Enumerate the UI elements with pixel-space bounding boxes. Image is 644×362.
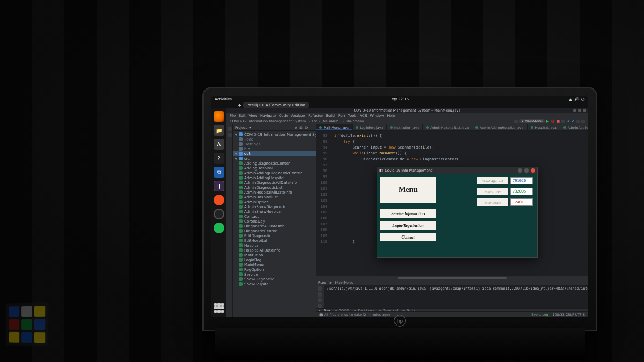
project-tool-button[interactable] (228, 127, 232, 131)
run-restart-icon[interactable] (318, 286, 322, 291)
swing-button-contact[interactable]: Contact (380, 233, 436, 241)
tree-node[interactable]: AdminOption (233, 200, 316, 204)
project-tree[interactable]: COVID-19 Information Management System.i… (233, 131, 316, 317)
menu-run[interactable]: Run (338, 114, 345, 118)
window-maximize-icon[interactable] (578, 109, 581, 112)
network-icon[interactable] (569, 98, 572, 101)
tree-node[interactable]: AdminAddingHospital (233, 175, 316, 180)
editor-tab[interactable]: AdminHospitalList.java (423, 124, 472, 130)
stop-icon[interactable]: ■ (557, 119, 560, 123)
tree-node[interactable]: ShowDiagnostic (233, 277, 316, 282)
tree-node[interactable]: AdminHospitalList (233, 195, 316, 200)
editor-tab[interactable]: LoginReg.java (353, 124, 387, 130)
structure-tool-button[interactable] (228, 133, 232, 137)
vcs-commit-icon[interactable]: ✔ (572, 119, 574, 123)
project-view-label[interactable]: Project (235, 125, 247, 130)
app-menu-icon[interactable]: ◆ (238, 103, 241, 107)
build-icon[interactable] (514, 120, 518, 123)
window-minimize-icon[interactable] (573, 109, 576, 112)
swing-maximize-icon[interactable] (524, 168, 529, 173)
run-output[interactable]: /usr/lib/jvm/java-1.11.0-openjdk-amd64/b… (324, 285, 588, 308)
tree-node[interactable]: AdminDiagnosticAllDateInfo (233, 180, 316, 185)
editor-tab[interactable]: Institution.java (387, 124, 423, 130)
tree-node[interactable]: Contact (233, 214, 316, 219)
intellij-icon[interactable]: IJ (214, 181, 224, 191)
volume-icon[interactable]: 🔊 (574, 97, 579, 101)
run-pin-icon[interactable] (318, 298, 322, 302)
menu-analyze[interactable]: Analyze (291, 114, 305, 118)
menu-refactor[interactable]: Refactor (308, 114, 323, 118)
editor-tab[interactable]: AdminAddingDiagnosticCenter.java (560, 124, 588, 130)
tree-node[interactable]: AdminShowDiagnostic (233, 204, 316, 209)
swing-minimize-icon[interactable] (518, 168, 522, 173)
obs-icon[interactable] (214, 209, 224, 219)
swing-button-login-registration[interactable]: Login/Registration (380, 221, 436, 230)
menu-view[interactable]: View (248, 114, 257, 118)
profiler-icon[interactable] (561, 120, 565, 123)
tree-node[interactable]: EditDiagnostic (233, 233, 316, 238)
menu-vcs[interactable]: VCS (360, 114, 367, 118)
tree-node[interactable]: bin (233, 146, 316, 151)
horizontal-scrollbar[interactable] (316, 276, 588, 280)
editor-tab[interactable]: Hospital.java (528, 124, 560, 130)
software-icon[interactable]: A (214, 139, 224, 150)
tree-node[interactable]: .idea (233, 137, 316, 142)
spotify-icon[interactable] (214, 223, 224, 233)
run-config-combo[interactable]: ▾ MainMenu (519, 119, 545, 123)
menu-edit[interactable]: Edit (239, 114, 246, 118)
run-rerun-icon[interactable]: ▶ (330, 280, 332, 285)
search-everywhere-icon[interactable] (576, 120, 580, 123)
breadcrumb-segment[interactable]: MainMenu (323, 119, 340, 123)
tree-node[interactable]: EditHospital (233, 238, 316, 243)
app-menu-label[interactable]: IntelliJ IDEA Community Edition (243, 102, 309, 108)
tree-node[interactable]: DiagnosticAllDateInfo (233, 224, 316, 228)
editor-tab[interactable]: MainMenu.java (316, 124, 353, 130)
brave-icon[interactable] (214, 195, 224, 205)
tree-node[interactable]: .settings (233, 142, 316, 146)
menu-navigate[interactable]: Navigate (260, 114, 276, 118)
breadcrumb-segment[interactable]: src (312, 119, 317, 123)
ide-settings-icon[interactable] (581, 120, 585, 123)
files-icon[interactable]: 📁 (214, 125, 224, 136)
tree-node[interactable]: DiagnosticCenter (233, 228, 316, 233)
menu-help[interactable]: Help (387, 114, 395, 118)
tree-node[interactable]: HospitalAllDateInfo (233, 248, 316, 253)
tree-node[interactable]: Institution (233, 253, 316, 257)
tree-node[interactable]: RegOption (233, 267, 316, 272)
tree-node[interactable]: MainMenu (233, 262, 316, 267)
tree-node[interactable]: AdminShowHospital (233, 209, 316, 214)
power-icon[interactable]: ⏻ (581, 97, 585, 101)
breadcrumb-segment[interactable]: COVID-19 Information Management System (230, 119, 306, 123)
tree-node[interactable]: LoginReg (233, 257, 316, 262)
menu-window[interactable]: Window (370, 114, 384, 118)
breadcrumb-segment[interactable]: MainMenu (346, 119, 364, 123)
tree-node[interactable]: src (233, 156, 316, 161)
firefox-icon[interactable] (214, 111, 224, 122)
vcs-update-icon[interactable]: ⬇ (567, 119, 569, 123)
swing-button-service-information[interactable]: Service Information (380, 209, 436, 218)
menu-file[interactable]: File (230, 114, 236, 118)
project-hide-icon[interactable]: — (310, 125, 314, 130)
debug-icon[interactable]: 🐞 (551, 119, 555, 123)
show-applications-icon[interactable] (214, 303, 224, 313)
menu-build[interactable]: Build (326, 114, 335, 118)
activities-button[interactable]: Activities (215, 97, 232, 101)
run-softwrap-icon[interactable] (318, 304, 322, 308)
event-log-button[interactable]: Event Log (531, 313, 548, 316)
vscode-icon[interactable]: ⧉ (214, 167, 224, 178)
tree-node[interactable]: CoronaDay (233, 219, 316, 224)
tree-node[interactable]: AdminAddingDiagnosticCenter (233, 171, 316, 175)
project-collapse-icon[interactable]: ⊟ (299, 125, 302, 130)
tree-node[interactable]: AddingHospital (233, 166, 316, 171)
help-icon[interactable]: ? (214, 153, 224, 164)
tree-node[interactable]: Hospital (233, 243, 316, 248)
run-stop-icon[interactable] (318, 292, 322, 297)
editor-tab[interactable]: AdminAddingHospital.java (472, 124, 527, 130)
tree-node[interactable]: AddingDiagnosticCenter (233, 161, 316, 166)
tree-node[interactable]: out (233, 151, 316, 156)
tree-node[interactable]: AdminHospitalAllDateInfo (233, 190, 316, 195)
tree-node[interactable]: AdminDiagnosticList (233, 185, 316, 190)
project-settings-icon[interactable]: ⚙ (305, 125, 308, 130)
window-close-icon[interactable] (583, 109, 586, 112)
tree-node[interactable]: ShowHospital (233, 282, 316, 286)
